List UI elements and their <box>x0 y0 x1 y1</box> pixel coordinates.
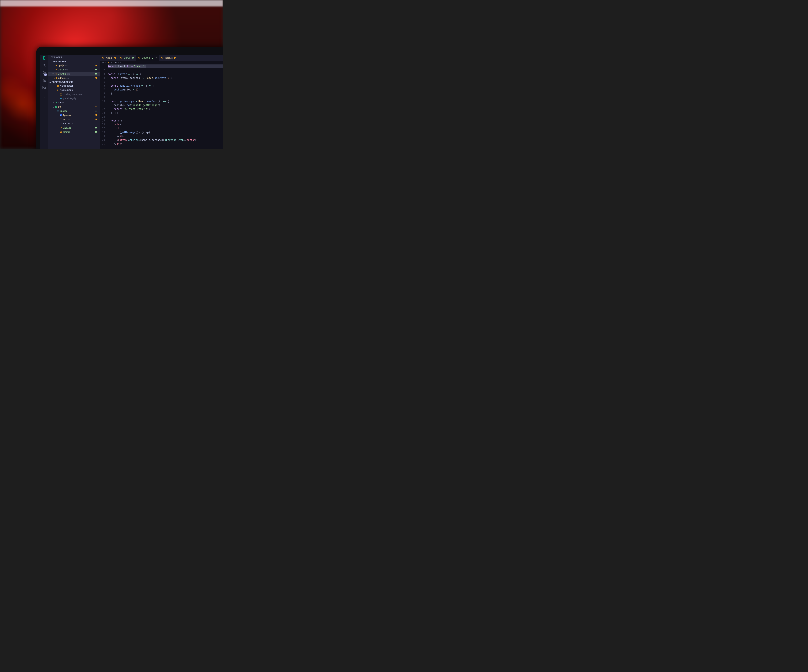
sidebar-title: EXPLORER <box>51 56 62 58</box>
js-icon: JS <box>60 127 62 129</box>
scm-badge: 24 <box>44 73 47 76</box>
tab-status: M <box>174 57 176 59</box>
file-status: M <box>95 77 97 79</box>
close-icon[interactable]: × <box>52 73 55 75</box>
activity-bar: 24 <box>40 55 48 148</box>
ambient-top-bar <box>0 0 223 7</box>
folder-icon: 🗀 <box>55 105 57 108</box>
tree-item[interactable]: JSApp1.jsU <box>48 126 100 130</box>
sidebar: EXPLORER ··· ⌄ OPEN EDITORS JSApp.jssrcM… <box>48 55 100 148</box>
test-icon: ⚗ <box>60 122 62 125</box>
editor-tab[interactable]: JSCount.jsU× <box>136 55 159 61</box>
js-icon: JS <box>138 57 140 59</box>
js-icon: JS <box>160 57 163 59</box>
svg-line-3 <box>45 66 45 67</box>
file-name: yargs-parser <box>60 85 73 87</box>
tree-item[interactable]: ⚗App.test.js <box>48 122 100 126</box>
breadcrumb-tail: ... <box>122 62 124 64</box>
extensions-icon[interactable] <box>42 86 46 90</box>
file-status: M <box>95 114 97 117</box>
file-dir: src <box>65 64 68 67</box>
sidebar-header: EXPLORER ··· <box>48 55 100 60</box>
tree-item[interactable]: JSCart.jsU <box>48 130 100 134</box>
chevron-icon: › <box>55 85 57 87</box>
file-tree: ›🗀yargs-parser›🗀yocto-queue{ }.package-l… <box>48 84 100 134</box>
file-status: U <box>95 73 97 75</box>
close-icon[interactable]: × <box>155 57 157 59</box>
file-name: images <box>60 110 67 112</box>
breadcrumb-file: Count.js <box>111 62 119 64</box>
breadcrumb-dir: src <box>102 62 104 64</box>
file-name: App.js <box>63 118 70 121</box>
js-icon: JS <box>120 57 122 59</box>
project-section[interactable]: ⌄ REACT-PLAYGROUND <box>48 80 100 84</box>
tree-item[interactable]: ⌄🗀src● <box>48 105 100 109</box>
file-status: M <box>95 64 97 67</box>
tree-item[interactable]: ›🗀yargs-parser <box>48 84 100 88</box>
css-icon: 3 <box>60 114 62 116</box>
editor-tab[interactable]: JSindex.jsM <box>159 55 178 61</box>
file-name: Cart.js <box>58 68 64 71</box>
js-icon: JS <box>55 64 57 67</box>
editor-tabs: JSApp.jsMJSCart.jsUJSCount.jsU×JSindex.j… <box>100 55 223 61</box>
file-name: .yarn-integrity <box>63 97 77 100</box>
editor-tab[interactable]: JSApp.jsM <box>100 55 118 61</box>
js-icon: JS <box>107 62 110 64</box>
tab-status: M <box>114 57 116 59</box>
open-editor-item[interactable]: ×JSCount.jssrcU <box>48 72 100 76</box>
file-name: Count.js <box>58 73 66 75</box>
svg-point-6 <box>45 73 45 73</box>
js-icon: JS <box>60 131 62 133</box>
open-editors-section[interactable]: ⌄ OPEN EDITORS <box>48 60 100 63</box>
file-name: App.css <box>63 114 71 117</box>
tree-item[interactable]: 3App.cssM <box>48 113 100 117</box>
file-name: App.test.js <box>63 122 73 125</box>
folder-icon: 🗀 <box>57 89 59 91</box>
tree-item[interactable]: ›🗀yocto-queue <box>48 88 100 92</box>
outline-icon[interactable] <box>42 95 46 99</box>
tree-item[interactable]: ›🗀public <box>48 100 100 105</box>
chevron-down-icon: ⌄ <box>49 81 51 83</box>
file-dir: src <box>67 77 69 79</box>
json-icon: { } <box>60 93 62 95</box>
file-name: Cart.js <box>63 131 70 133</box>
svg-rect-10 <box>43 88 44 89</box>
file-status: U <box>95 127 97 129</box>
open-editor-item[interactable]: JSApp.jssrcM <box>48 63 100 68</box>
code-content[interactable]: import React from "react"; const Counter… <box>108 65 223 148</box>
editor-tab[interactable]: JSCart.jsU <box>118 55 135 61</box>
search-icon[interactable] <box>42 63 46 68</box>
svg-point-5 <box>43 73 43 74</box>
file-dir: src <box>67 73 70 75</box>
chevron-icon: › <box>55 89 57 91</box>
tab-label: App.js <box>106 57 112 59</box>
open-editor-item[interactable]: JSindex.jssrcM <box>48 76 100 80</box>
open-editor-item[interactable]: JSCart.jssrcU <box>48 68 100 72</box>
folder-icon: 🗀 <box>55 101 57 104</box>
svg-point-4 <box>43 72 43 72</box>
breadcrumb[interactable]: src › JS Count.js › ... <box>100 61 223 65</box>
svg-rect-0 <box>43 57 45 59</box>
file-status: U <box>95 68 97 71</box>
react-icon: ⚛ <box>57 110 59 112</box>
line-gutter: 123456789101112131415161718192021 <box>100 65 108 148</box>
tree-item[interactable]: JSApp.jsM <box>48 117 100 122</box>
run-debug-icon[interactable] <box>42 78 46 82</box>
js-icon: JS <box>55 77 57 79</box>
file-name: .package-lock.json <box>63 93 82 95</box>
tree-item[interactable]: ›⚛images● <box>48 109 100 113</box>
js-icon: JS <box>60 118 62 120</box>
file-status: M <box>95 118 97 121</box>
code-area[interactable]: 123456789101112131415161718192021 import… <box>100 65 223 148</box>
file-name: index.js <box>58 77 65 79</box>
chevron-icon: ⌄ <box>52 105 55 108</box>
tab-label: index.js <box>165 57 173 59</box>
svg-rect-9 <box>43 86 44 88</box>
tree-item[interactable]: { }.package-lock.json <box>48 92 100 96</box>
open-editors-label: OPEN EDITORS <box>52 60 67 63</box>
source-control-icon[interactable]: 24 <box>42 71 46 75</box>
tree-item[interactable]: ◆.yarn-integrity <box>48 96 100 100</box>
explorer-icon[interactable] <box>42 56 46 60</box>
more-icon[interactable]: ··· <box>95 56 97 58</box>
file-name: yocto-queue <box>60 89 73 91</box>
